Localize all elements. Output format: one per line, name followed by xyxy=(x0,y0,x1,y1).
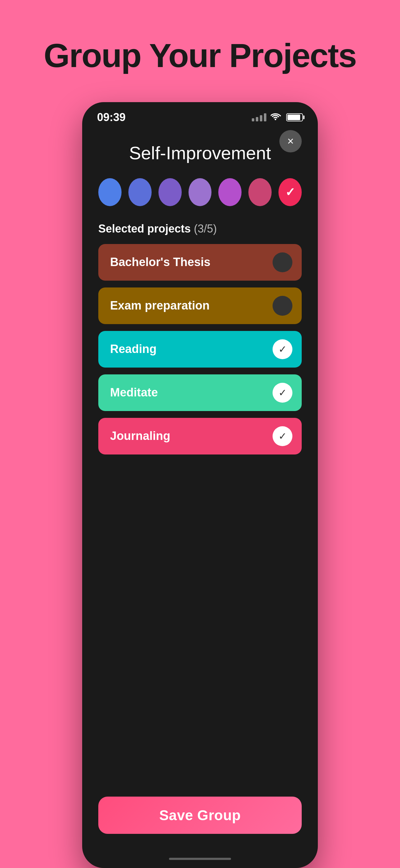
status-time: 09:39 xyxy=(97,111,126,124)
selected-label: Selected projects (3/5) xyxy=(98,222,217,235)
home-bar xyxy=(169,858,231,860)
status-icons xyxy=(252,113,303,121)
app-content: × ✓ Selected projects (3/5) Bach xyxy=(82,127,318,852)
color-swatch-blue[interactable] xyxy=(98,178,122,206)
color-swatch-pink[interactable]: ✓ xyxy=(278,178,302,206)
project-name-exam-preparation: Exam preparation xyxy=(110,299,210,312)
color-swatch-indigo[interactable] xyxy=(128,178,152,206)
project-name-journaling: Journaling xyxy=(110,429,170,443)
project-item-bachelors-thesis[interactable]: Bachelor's Thesis xyxy=(98,244,302,281)
signal-icon xyxy=(252,113,266,121)
project-item-exam-preparation[interactable]: Exam preparation xyxy=(98,287,302,324)
wifi-icon xyxy=(271,113,282,121)
project-toggle-meditate[interactable]: ✓ xyxy=(272,383,292,403)
phone-mockup: 09:39 × xyxy=(82,102,318,868)
project-name-reading: Reading xyxy=(110,342,157,356)
color-swatch-purple[interactable] xyxy=(159,178,182,206)
selected-count: (3/5) xyxy=(194,222,217,235)
battery-icon xyxy=(286,113,303,121)
color-swatch-violet[interactable] xyxy=(218,178,241,206)
project-item-journaling[interactable]: Journaling ✓ xyxy=(98,418,302,455)
meditate-check-icon: ✓ xyxy=(278,387,287,399)
color-swatch-lavender[interactable] xyxy=(189,178,212,206)
project-list: Bachelor's Thesis Exam preparation Readi… xyxy=(98,244,302,455)
project-toggle-reading[interactable]: ✓ xyxy=(272,339,292,359)
color-swatch-row: ✓ xyxy=(98,178,302,206)
close-icon: × xyxy=(287,136,294,147)
journaling-check-icon: ✓ xyxy=(278,430,287,442)
project-item-reading[interactable]: Reading ✓ xyxy=(98,331,302,368)
reading-check-icon: ✓ xyxy=(278,343,287,355)
project-toggle-exam-preparation[interactable] xyxy=(272,296,292,316)
page-title: Group Your Projects xyxy=(44,37,356,74)
save-group-button[interactable]: Save Group xyxy=(98,797,302,834)
home-indicator xyxy=(82,852,318,868)
close-button[interactable]: × xyxy=(279,130,302,152)
save-button-container: Save Group xyxy=(98,784,302,834)
project-toggle-journaling[interactable]: ✓ xyxy=(272,426,292,446)
color-swatch-rose[interactable] xyxy=(248,178,272,206)
project-toggle-bachelors-thesis[interactable] xyxy=(272,252,292,272)
selected-projects-header: Selected projects (3/5) xyxy=(98,222,302,235)
project-name-bachelors-thesis: Bachelor's Thesis xyxy=(110,255,210,269)
project-item-meditate[interactable]: Meditate ✓ xyxy=(98,374,302,411)
status-bar: 09:39 xyxy=(82,102,318,127)
group-name-input[interactable] xyxy=(98,143,302,163)
project-name-meditate: Meditate xyxy=(110,386,158,399)
selected-color-check: ✓ xyxy=(285,185,295,199)
